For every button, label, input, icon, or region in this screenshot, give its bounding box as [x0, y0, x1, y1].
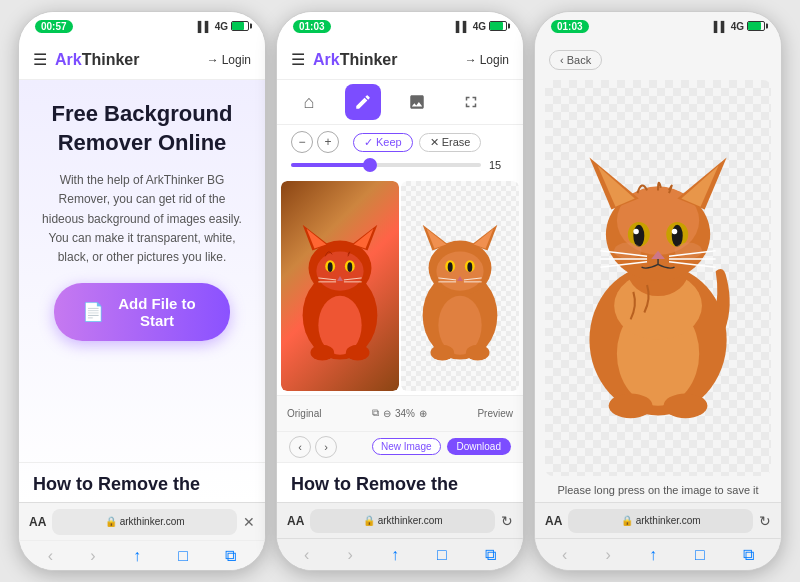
back-button[interactable]: ‹ Back: [549, 50, 602, 70]
logo-ark-2: Ark: [313, 51, 340, 68]
forward-nav-icon-1[interactable]: ›: [90, 547, 95, 565]
browser-actions-1: ‹ › ↑ □ ⧉: [19, 540, 265, 570]
add-file-button[interactable]: 📄 Add File to Start: [54, 283, 229, 341]
svg-point-9: [328, 262, 333, 272]
add-file-label: Add File to Start: [112, 295, 201, 329]
aa-text-2[interactable]: AA: [287, 514, 304, 528]
svg-point-56: [674, 242, 701, 258]
zoom-buttons: − +: [291, 131, 339, 153]
lock-icon-3: 🔒: [621, 515, 633, 526]
phone1-main-content: Free Background Remover Online With the …: [19, 80, 265, 502]
svg-point-64: [663, 393, 707, 418]
svg-point-63: [609, 393, 653, 418]
erase-button[interactable]: ✕ Erase: [419, 133, 482, 152]
footer-action-buttons: New Image Download: [372, 438, 511, 455]
url-field-3[interactable]: 🔒 arkthinker.com: [568, 509, 753, 533]
home-tool-icon[interactable]: ⌂: [291, 84, 327, 120]
bookmarks-icon-1[interactable]: □: [178, 547, 188, 565]
share-icon-1[interactable]: ↑: [133, 547, 141, 565]
phone-1: 00:57 ▌▌ 4G ☰ ArkThinker → Login Free Ba…: [18, 11, 266, 571]
url-field-2[interactable]: 🔒 arkthinker.com: [310, 509, 495, 533]
phone-3: 01:03 ▌▌ 4G ‹ Back: [534, 11, 782, 571]
svg-point-52: [633, 229, 638, 234]
close-button-1[interactable]: ✕: [243, 514, 255, 530]
zoom-in-button[interactable]: +: [317, 131, 339, 153]
back-button-area: ‹ Back: [535, 40, 781, 80]
check-icon: ✓: [364, 136, 373, 149]
slider-value: 15: [489, 159, 509, 171]
next-btn[interactable]: ›: [315, 436, 337, 458]
copy-icon[interactable]: ⧉: [372, 407, 379, 419]
book-icon-3[interactable]: □: [695, 546, 705, 564]
keep-button[interactable]: ✓ Keep: [353, 133, 413, 152]
tabs-icon-2[interactable]: ⧉: [485, 546, 496, 564]
file-icon: 📄: [82, 301, 104, 323]
svg-point-53: [672, 229, 677, 234]
url-text-2: arkthinker.com: [378, 515, 443, 526]
forward-icon-2[interactable]: ›: [348, 546, 353, 564]
time-2: 01:03: [293, 20, 331, 33]
back-label: Back: [567, 54, 591, 66]
book-icon-2[interactable]: □: [437, 546, 447, 564]
how-to-section-1: How to Remove the: [19, 462, 265, 502]
result-image-container: [545, 80, 771, 476]
logo-2: ArkThinker: [313, 51, 457, 69]
logo-thinker-2: Thinker: [340, 51, 398, 68]
back-icon-3[interactable]: ‹: [562, 546, 567, 564]
battery-2: [489, 21, 507, 31]
back-icon-2[interactable]: ‹: [304, 546, 309, 564]
login-button-2[interactable]: → Login: [465, 53, 509, 67]
svg-point-36: [431, 345, 455, 361]
back-nav-icon-1[interactable]: ‹: [48, 547, 53, 565]
lock-icon-2: 🔒: [363, 515, 375, 526]
edit-tool-icon[interactable]: [345, 84, 381, 120]
aa-text-1[interactable]: AA: [29, 515, 46, 529]
hamburger-icon[interactable]: ☰: [33, 50, 47, 69]
login-label-2: Login: [480, 53, 509, 67]
original-label: Original: [287, 408, 321, 419]
erase-label: Erase: [442, 136, 471, 148]
fullscreen-tool-icon[interactable]: [453, 84, 489, 120]
login-arrow-icon: →: [207, 53, 219, 67]
how-to-title-1: How to Remove the: [33, 473, 251, 496]
aa-text-3[interactable]: AA: [545, 514, 562, 528]
svg-point-28: [448, 262, 453, 272]
image-tool-icon[interactable]: [399, 84, 435, 120]
hamburger-icon-2[interactable]: ☰: [291, 50, 305, 69]
cat-original-svg: [281, 181, 399, 391]
zoom-out-footer[interactable]: ⊖: [383, 408, 391, 419]
share-icon-3[interactable]: ↑: [649, 546, 657, 564]
hero-title: Free Background Remover Online: [39, 100, 245, 157]
reload-icon-2[interactable]: ↻: [501, 513, 513, 529]
footer-navigation: ‹ ›: [289, 436, 337, 458]
preview-label: Preview: [477, 408, 513, 419]
original-panel: [281, 181, 399, 391]
zoom-in-footer[interactable]: ⊕: [419, 408, 427, 419]
download-button[interactable]: Download: [447, 438, 511, 455]
signal-text-3: ▌▌ 4G: [714, 21, 744, 32]
svg-point-29: [467, 262, 472, 272]
reload-icon-3[interactable]: ↻: [759, 513, 771, 529]
brush-size-slider[interactable]: [291, 163, 481, 167]
zoom-out-button[interactable]: −: [291, 131, 313, 153]
svg-point-6: [316, 251, 363, 290]
logo-thinker: Thinker: [82, 51, 140, 68]
login-button-1[interactable]: → Login: [207, 53, 251, 67]
tabs-icon-3[interactable]: ⧉: [743, 546, 754, 564]
forward-icon-3[interactable]: ›: [606, 546, 611, 564]
footer-zoom: ⧉ ⊖ 34% ⊕: [372, 407, 427, 419]
bottom-nav-3: ‹ › ↑ □ ⧉: [535, 538, 781, 570]
how-to-section-2: How to Remove the: [277, 462, 523, 502]
browser-bar-2: AA 🔒 arkthinker.com ↻: [277, 502, 523, 538]
preview-image: [401, 181, 519, 391]
signals-3: ▌▌ 4G: [714, 21, 765, 32]
lock-icon-1: 🔒: [105, 516, 117, 527]
url-field-1[interactable]: 🔒 arkthinker.com: [52, 509, 237, 535]
login-label-1: Login: [222, 53, 251, 67]
signals-1: ▌▌ 4G: [198, 21, 249, 32]
share-icon-2[interactable]: ↑: [391, 546, 399, 564]
tabs-icon-1[interactable]: ⧉: [225, 547, 236, 565]
prev-btn[interactable]: ‹: [289, 436, 311, 458]
new-image-button[interactable]: New Image: [372, 438, 441, 455]
keep-erase-controls: ✓ Keep ✕ Erase: [353, 133, 481, 152]
